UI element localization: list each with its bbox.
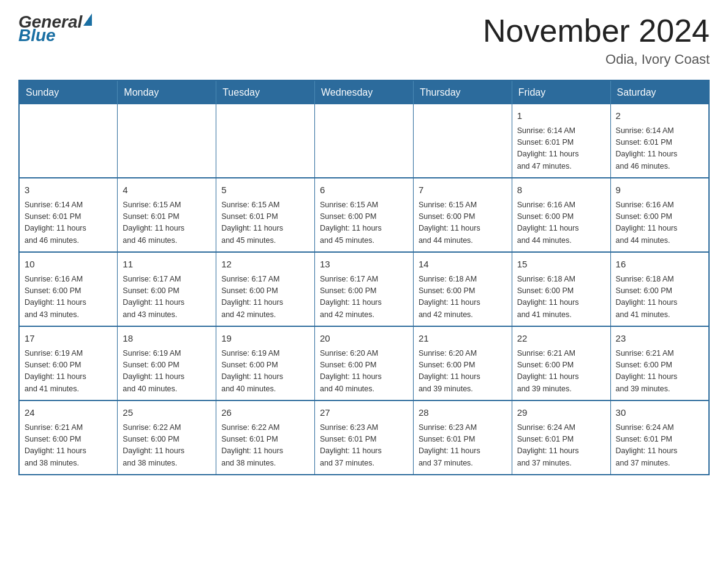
calendar-cell: 4Sunrise: 6:15 AMSunset: 6:01 PMDaylight… bbox=[118, 178, 216, 252]
day-number: 26 bbox=[221, 406, 309, 420]
calendar-cell: 17Sunrise: 6:19 AMSunset: 6:00 PMDayligh… bbox=[19, 326, 118, 400]
month-title: November 2024 bbox=[483, 12, 710, 49]
day-number: 2 bbox=[616, 109, 703, 123]
day-info: Sunrise: 6:21 AMSunset: 6:00 PMDaylight:… bbox=[517, 348, 605, 396]
calendar-cell: 25Sunrise: 6:22 AMSunset: 6:00 PMDayligh… bbox=[118, 400, 216, 475]
calendar-cell: 28Sunrise: 6:23 AMSunset: 6:01 PMDayligh… bbox=[413, 400, 512, 475]
day-info: Sunrise: 6:21 AMSunset: 6:00 PMDaylight:… bbox=[616, 348, 703, 396]
logo: General Blue bbox=[18, 12, 92, 45]
day-info: Sunrise: 6:21 AMSunset: 6:00 PMDaylight:… bbox=[25, 422, 112, 470]
day-number: 5 bbox=[221, 183, 309, 197]
calendar-cell: 22Sunrise: 6:21 AMSunset: 6:00 PMDayligh… bbox=[512, 326, 610, 400]
day-info: Sunrise: 6:19 AMSunset: 6:00 PMDaylight:… bbox=[221, 348, 309, 396]
day-info: Sunrise: 6:17 AMSunset: 6:00 PMDaylight:… bbox=[123, 274, 211, 321]
day-number: 21 bbox=[419, 332, 507, 346]
calendar-cell: 8Sunrise: 6:16 AMSunset: 6:00 PMDaylight… bbox=[512, 178, 610, 252]
day-info: Sunrise: 6:20 AMSunset: 6:00 PMDaylight:… bbox=[320, 348, 408, 396]
day-number: 16 bbox=[616, 258, 703, 272]
calendar-cell bbox=[216, 104, 315, 178]
calendar-cell: 9Sunrise: 6:16 AMSunset: 6:00 PMDaylight… bbox=[610, 178, 709, 252]
day-number: 6 bbox=[320, 183, 408, 197]
day-info: Sunrise: 6:15 AMSunset: 6:01 PMDaylight:… bbox=[221, 199, 309, 247]
calendar-week-row: 17Sunrise: 6:19 AMSunset: 6:00 PMDayligh… bbox=[19, 326, 709, 400]
calendar-cell: 18Sunrise: 6:19 AMSunset: 6:00 PMDayligh… bbox=[118, 326, 216, 400]
day-number: 29 bbox=[517, 406, 605, 420]
day-number: 20 bbox=[320, 332, 408, 346]
weekday-header-friday: Friday bbox=[512, 80, 610, 104]
day-number: 24 bbox=[25, 406, 112, 420]
day-info: Sunrise: 6:24 AMSunset: 6:01 PMDaylight:… bbox=[616, 422, 703, 470]
calendar-cell: 3Sunrise: 6:14 AMSunset: 6:01 PMDaylight… bbox=[19, 178, 118, 252]
calendar-cell: 15Sunrise: 6:18 AMSunset: 6:00 PMDayligh… bbox=[512, 252, 610, 326]
calendar-cell: 26Sunrise: 6:22 AMSunset: 6:01 PMDayligh… bbox=[216, 400, 315, 475]
weekday-header-saturday: Saturday bbox=[610, 80, 709, 104]
day-number: 15 bbox=[517, 258, 605, 272]
day-info: Sunrise: 6:18 AMSunset: 6:00 PMDaylight:… bbox=[419, 274, 507, 321]
weekday-header-thursday: Thursday bbox=[413, 80, 512, 104]
day-number: 27 bbox=[320, 406, 408, 420]
day-info: Sunrise: 6:22 AMSunset: 6:01 PMDaylight:… bbox=[221, 422, 309, 470]
day-number: 4 bbox=[123, 183, 211, 197]
day-info: Sunrise: 6:17 AMSunset: 6:00 PMDaylight:… bbox=[221, 274, 309, 321]
day-number: 28 bbox=[419, 406, 507, 420]
calendar-cell bbox=[19, 104, 118, 178]
calendar-week-row: 10Sunrise: 6:16 AMSunset: 6:00 PMDayligh… bbox=[19, 252, 709, 326]
day-number: 18 bbox=[123, 332, 211, 346]
day-number: 23 bbox=[616, 332, 703, 346]
calendar-cell: 21Sunrise: 6:20 AMSunset: 6:00 PMDayligh… bbox=[413, 326, 512, 400]
day-info: Sunrise: 6:14 AMSunset: 6:01 PMDaylight:… bbox=[616, 125, 703, 173]
day-number: 22 bbox=[517, 332, 605, 346]
calendar-cell: 19Sunrise: 6:19 AMSunset: 6:00 PMDayligh… bbox=[216, 326, 315, 400]
calendar-cell bbox=[118, 104, 216, 178]
day-number: 14 bbox=[419, 258, 507, 272]
day-info: Sunrise: 6:22 AMSunset: 6:00 PMDaylight:… bbox=[123, 422, 211, 470]
calendar-cell bbox=[413, 104, 512, 178]
calendar-cell: 2Sunrise: 6:14 AMSunset: 6:01 PMDaylight… bbox=[610, 104, 709, 178]
day-info: Sunrise: 6:16 AMSunset: 6:00 PMDaylight:… bbox=[616, 199, 703, 247]
calendar-cell: 14Sunrise: 6:18 AMSunset: 6:00 PMDayligh… bbox=[413, 252, 512, 326]
day-info: Sunrise: 6:17 AMSunset: 6:00 PMDaylight:… bbox=[320, 274, 408, 321]
day-info: Sunrise: 6:18 AMSunset: 6:00 PMDaylight:… bbox=[616, 274, 703, 321]
day-number: 8 bbox=[517, 183, 605, 197]
calendar-week-row: 24Sunrise: 6:21 AMSunset: 6:00 PMDayligh… bbox=[19, 400, 709, 475]
calendar-cell: 23Sunrise: 6:21 AMSunset: 6:00 PMDayligh… bbox=[610, 326, 709, 400]
calendar-cell: 16Sunrise: 6:18 AMSunset: 6:00 PMDayligh… bbox=[610, 252, 709, 326]
calendar-week-row: 1Sunrise: 6:14 AMSunset: 6:01 PMDaylight… bbox=[19, 104, 709, 178]
calendar-cell: 5Sunrise: 6:15 AMSunset: 6:01 PMDaylight… bbox=[216, 178, 315, 252]
calendar-cell: 1Sunrise: 6:14 AMSunset: 6:01 PMDaylight… bbox=[512, 104, 610, 178]
logo-triangle-icon bbox=[83, 13, 92, 26]
day-info: Sunrise: 6:18 AMSunset: 6:00 PMDaylight:… bbox=[517, 274, 605, 321]
calendar-cell: 10Sunrise: 6:16 AMSunset: 6:00 PMDayligh… bbox=[19, 252, 118, 326]
day-info: Sunrise: 6:14 AMSunset: 6:01 PMDaylight:… bbox=[25, 199, 112, 247]
day-info: Sunrise: 6:15 AMSunset: 6:00 PMDaylight:… bbox=[419, 199, 507, 247]
day-number: 10 bbox=[25, 258, 112, 272]
calendar-cell: 27Sunrise: 6:23 AMSunset: 6:01 PMDayligh… bbox=[315, 400, 414, 475]
calendar-cell: 6Sunrise: 6:15 AMSunset: 6:00 PMDaylight… bbox=[315, 178, 414, 252]
calendar-cell: 20Sunrise: 6:20 AMSunset: 6:00 PMDayligh… bbox=[315, 326, 414, 400]
location-text: Odia, Ivory Coast bbox=[483, 52, 710, 67]
day-info: Sunrise: 6:15 AMSunset: 6:00 PMDaylight:… bbox=[320, 199, 408, 247]
logo-blue-text: Blue bbox=[18, 26, 56, 45]
day-number: 7 bbox=[419, 183, 507, 197]
calendar-cell: 24Sunrise: 6:21 AMSunset: 6:00 PMDayligh… bbox=[19, 400, 118, 475]
day-info: Sunrise: 6:24 AMSunset: 6:01 PMDaylight:… bbox=[517, 422, 605, 470]
calendar-cell bbox=[315, 104, 414, 178]
day-number: 13 bbox=[320, 258, 408, 272]
day-number: 17 bbox=[25, 332, 112, 346]
day-info: Sunrise: 6:16 AMSunset: 6:00 PMDaylight:… bbox=[25, 274, 112, 321]
title-section: November 2024 Odia, Ivory Coast bbox=[483, 12, 710, 67]
day-info: Sunrise: 6:14 AMSunset: 6:01 PMDaylight:… bbox=[517, 125, 605, 173]
weekday-header-row: SundayMondayTuesdayWednesdayThursdayFrid… bbox=[19, 80, 709, 104]
day-info: Sunrise: 6:16 AMSunset: 6:00 PMDaylight:… bbox=[517, 199, 605, 247]
day-info: Sunrise: 6:19 AMSunset: 6:00 PMDaylight:… bbox=[123, 348, 211, 396]
calendar-cell: 13Sunrise: 6:17 AMSunset: 6:00 PMDayligh… bbox=[315, 252, 414, 326]
calendar-cell: 11Sunrise: 6:17 AMSunset: 6:00 PMDayligh… bbox=[118, 252, 216, 326]
day-number: 11 bbox=[123, 258, 211, 272]
day-number: 30 bbox=[616, 406, 703, 420]
weekday-header-wednesday: Wednesday bbox=[315, 80, 414, 104]
calendar-cell: 12Sunrise: 6:17 AMSunset: 6:00 PMDayligh… bbox=[216, 252, 315, 326]
day-number: 19 bbox=[221, 332, 309, 346]
weekday-header-sunday: Sunday bbox=[19, 80, 118, 104]
day-info: Sunrise: 6:23 AMSunset: 6:01 PMDaylight:… bbox=[320, 422, 408, 470]
day-info: Sunrise: 6:15 AMSunset: 6:01 PMDaylight:… bbox=[123, 199, 211, 247]
